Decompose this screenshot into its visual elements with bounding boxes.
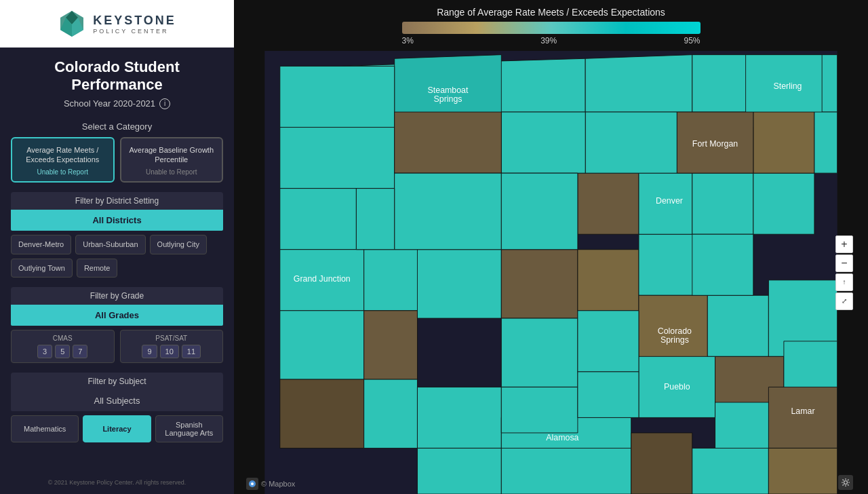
svg-marker-13: [280, 311, 364, 379]
psat-label: PSAT/SAT: [125, 335, 219, 342]
svg-marker-7: [395, 55, 502, 120]
subject-spanish[interactable]: Spanish Language Arts: [155, 415, 223, 442]
all-districts-button[interactable]: All Districts: [11, 210, 223, 231]
svg-marker-17: [417, 387, 501, 448]
svg-marker-41: [501, 173, 578, 250]
all-grades-button[interactable]: All Grades: [11, 305, 223, 326]
zoom-in-button[interactable]: +: [835, 235, 853, 253]
svg-marker-11: [280, 250, 364, 311]
svg-marker-49: [768, 387, 837, 448]
district-remote[interactable]: Remote: [77, 259, 118, 278]
svg-marker-38: [501, 112, 585, 173]
logo-area: KEYSTONE POLICY CENTER: [0, 0, 234, 48]
school-year-row: School Year 2020-2021 i: [64, 98, 170, 109]
svg-marker-54: [578, 311, 639, 372]
district-filter-options: Denver-Metro Urban-Suburban Outlying Cit…: [11, 235, 223, 278]
svg-marker-16: [364, 379, 418, 448]
cat-btn-status-1: Unable to Report: [146, 168, 197, 176]
fullscreen-button[interactable]: ⤢: [835, 292, 853, 310]
svg-marker-35: [814, 112, 837, 173]
reset-bearing-button[interactable]: ↑: [835, 273, 853, 291]
cmas-group: CMAS 3 5 7: [11, 330, 115, 363]
zoom-out-button[interactable]: −: [835, 254, 853, 272]
svg-marker-22: [417, 250, 501, 318]
svg-point-59: [251, 482, 254, 485]
legend-mid: 39%: [540, 36, 557, 45]
district-outlying-city[interactable]: Outlying City: [150, 235, 207, 254]
copyright-text: © 2021 Keystone Policy Center. All right…: [48, 471, 186, 486]
category-btn-baseline-growth[interactable]: Average Baseline Growth Percentile Unabl…: [120, 137, 224, 183]
svg-marker-10: [280, 189, 357, 250]
mapbox-text: © Mapbox: [261, 480, 295, 488]
district-urban-suburban[interactable]: Urban-Suburban: [75, 235, 145, 254]
grade-9[interactable]: 9: [142, 345, 157, 358]
svg-point-60: [844, 481, 848, 484]
svg-marker-53: [501, 318, 578, 387]
category-buttons: Average Rate Meets / Exceeds Expectation…: [0, 137, 234, 183]
svg-marker-19: [417, 448, 501, 494]
legend-title: Range of Average Rate Meets / Exceeds Ex…: [437, 7, 665, 18]
subject-mathematics[interactable]: Mathematics: [11, 415, 79, 442]
psat-group: PSAT/SAT 9 10 11: [120, 330, 224, 363]
subject-literacy[interactable]: Literacy: [83, 415, 151, 442]
legend-min: 3%: [402, 36, 414, 45]
sidebar: KEYSTONE POLICY CENTER Colorado Student …: [0, 0, 234, 494]
svg-marker-55: [501, 387, 578, 433]
grade-3[interactable]: 3: [37, 345, 52, 358]
subject-options: Mathematics Literacy Spanish Language Ar…: [11, 415, 223, 442]
grade-7[interactable]: 7: [73, 345, 87, 358]
svg-marker-39: [395, 112, 502, 173]
svg-marker-30: [585, 55, 692, 112]
main-area: Range of Average Rate Meets / Exceeds Ex…: [234, 0, 868, 494]
svg-marker-36: [677, 112, 753, 173]
svg-marker-44: [707, 295, 768, 356]
grade-filter-title: Filter by Grade: [11, 287, 223, 305]
map-svg: Steamboat Springs Sterling Fort Morgan D…: [241, 51, 861, 494]
map-settings-icon[interactable]: [838, 475, 853, 490]
district-outlying-town[interactable]: Outlying Town: [11, 259, 73, 278]
svg-marker-26: [578, 173, 639, 234]
subject-filter-title: Filter by Subject: [11, 373, 223, 390]
logo-keystone-label: KEYSTONE: [93, 14, 176, 28]
district-filter-section: Filter by District Setting All Districts…: [0, 192, 234, 278]
all-subjects-button[interactable]: All Subjects: [11, 390, 223, 411]
cat-btn-label-1: Average Baseline Growth Percentile: [127, 145, 217, 165]
svg-marker-34: [753, 112, 814, 173]
svg-marker-24: [578, 250, 639, 311]
svg-marker-27: [639, 173, 692, 234]
svg-marker-20: [501, 448, 631, 494]
svg-marker-29: [753, 173, 814, 234]
svg-marker-56: [578, 372, 639, 418]
svg-marker-14: [364, 311, 418, 379]
info-icon[interactable]: i: [159, 98, 170, 109]
cat-btn-label-0: Average Rate Meets / Exceeds Expectation…: [18, 145, 108, 165]
grade-5[interactable]: 5: [55, 345, 70, 358]
legend-max: 95%: [684, 36, 700, 45]
legend-bar: Range of Average Rate Meets / Exceeds Ex…: [234, 0, 868, 51]
cmas-label: CMAS: [16, 335, 110, 342]
subject-filter-section: Filter by Subject All Subjects Mathemati…: [0, 373, 234, 442]
district-denver-metro[interactable]: Denver-Metro: [11, 235, 71, 254]
svg-marker-15: [280, 379, 364, 448]
grade-11[interactable]: 11: [182, 345, 201, 358]
mapbox-logo: © Mapbox: [246, 478, 295, 490]
logo-subtitle-label: POLICY CENTER: [93, 28, 168, 35]
school-year-label: School Year 2020-2021: [64, 98, 155, 109]
zoom-controls: + − ↑ ⤢: [835, 235, 853, 310]
logo-icon: [58, 10, 86, 38]
grade-filter-section: Filter by Grade All Grades CMAS 3 5 7 PS…: [0, 287, 234, 363]
category-section-header: Select a Category: [82, 121, 152, 132]
svg-marker-51: [692, 448, 769, 494]
svg-marker-46: [639, 356, 715, 417]
svg-marker-21: [631, 433, 692, 494]
category-btn-meets-exceeds[interactable]: Average Rate Meets / Exceeds Expectation…: [11, 137, 115, 183]
svg-marker-23: [501, 250, 578, 318]
svg-marker-8: [280, 66, 395, 128]
cat-btn-status-0: Unable to Report: [37, 168, 88, 176]
svg-marker-42: [356, 189, 394, 250]
svg-marker-37: [585, 112, 677, 173]
legend-labels: 3% 39% 95%: [402, 36, 701, 45]
grade-10[interactable]: 10: [160, 345, 179, 358]
map-container[interactable]: Steamboat Springs Sterling Fort Morgan D…: [241, 51, 861, 494]
logo-text: KEYSTONE POLICY CENTER: [93, 14, 176, 35]
